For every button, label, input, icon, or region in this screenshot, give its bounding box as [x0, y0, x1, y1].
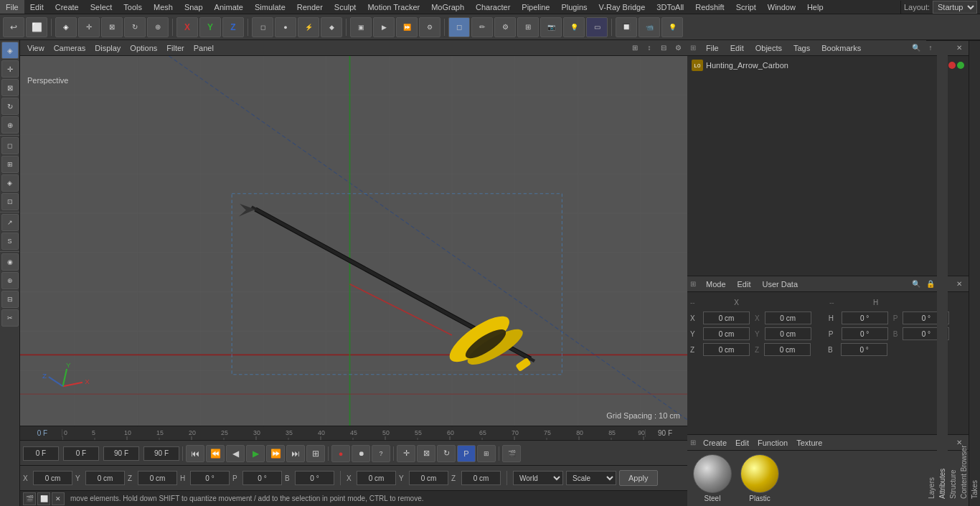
deformer-btn[interactable]: ⊞ [517, 17, 539, 37]
edge-mode-btn[interactable]: ⚡ [298, 17, 319, 37]
render-active-btn[interactable]: ▶ [373, 17, 395, 37]
sidebar-magnet-btn[interactable]: ◉ [1, 253, 19, 271]
sidebar-brush-btn[interactable]: ⊕ [1, 272, 19, 289]
axis-x-btn[interactable]: X [176, 17, 198, 37]
menu-item-edit[interactable]: Edit [24, 0, 50, 14]
vp-settings-icon[interactable]: ⚙ [672, 42, 684, 55]
goto-end2-btn[interactable]: ⊞ [306, 445, 325, 462]
rotate-tool-btn[interactable]: ↻ [437, 445, 456, 462]
floor-btn[interactable]: ▭ [586, 17, 608, 37]
scale-dropdown[interactable]: Scale [566, 471, 616, 485]
menu-item-pipeline[interactable]: Pipeline [516, 0, 555, 14]
mat-texture[interactable]: Texture [795, 439, 824, 447]
camera-view-btn[interactable]: 📹 [639, 17, 660, 37]
menu-item-character[interactable]: Character [470, 0, 516, 14]
tab-objects[interactable]: Objects [750, 40, 788, 56]
menu-item-render[interactable]: Render [291, 0, 329, 14]
vp-arrow-icon[interactable]: ↕ [643, 42, 656, 55]
side-tab-attributes[interactable]: Attributes [937, 40, 948, 506]
move-btn[interactable]: ✛ [78, 17, 100, 37]
ruler-area[interactable]: 0 5 10 15 20 25 30 [62, 426, 645, 440]
object-item-arrow[interactable]: L0 Hunting_Arrow_Carbon [689, 57, 967, 73]
prev-frame-btn[interactable]: ⏪ [206, 445, 225, 462]
attr-p-size[interactable] [842, 327, 888, 340]
apply-button[interactable]: Apply [619, 470, 658, 486]
attr-x-pos[interactable] [703, 311, 750, 324]
display-btn[interactable]: 💡 [661, 17, 683, 37]
status-icon-2[interactable]: ⬜ [37, 492, 50, 505]
status-icon-3[interactable]: ✕ [52, 492, 65, 505]
rot-b-input[interactable] [295, 471, 334, 485]
pos-y-input[interactable] [85, 471, 125, 485]
objects-search-icon[interactable]: 🔍 [910, 42, 923, 55]
sidebar-fill-btn[interactable]: ⊟ [1, 291, 19, 308]
cube-btn[interactable]: ◻ [448, 17, 470, 37]
object-mode-btn[interactable]: ◻ [252, 17, 273, 37]
menu-item-3dtoall[interactable]: 3DToAll [651, 0, 689, 14]
transform-btn[interactable]: ⊕ [147, 17, 169, 37]
mat-edit[interactable]: Edit [734, 439, 750, 447]
sidebar-deform-btn[interactable]: ⊞ [1, 156, 19, 173]
menu-item-mesh[interactable]: Mesh [148, 0, 179, 14]
attr-search-icon[interactable]: 🔍 [910, 278, 923, 291]
material-item-plastic[interactable]: Plastic [740, 454, 779, 502]
sidebar-tex-btn[interactable]: ⊡ [1, 193, 19, 210]
render-preview-btn[interactable]: 🎬 [502, 445, 521, 462]
play-backward-btn[interactable]: ◀ [226, 445, 245, 462]
pos-z-input[interactable] [138, 471, 177, 485]
vp-menu-panel[interactable]: Panel [189, 40, 218, 55]
side-tab-content[interactable]: Content Browser [958, 40, 969, 506]
vp-menu-display[interactable]: Display [90, 40, 125, 55]
scale-tool-btn[interactable]: ⊠ [417, 445, 435, 462]
menu-item-simulate[interactable]: Simulate [249, 0, 291, 14]
menu-item-plugins[interactable]: Plugins [555, 0, 593, 14]
attr-h-rot[interactable] [842, 311, 888, 324]
record-btn[interactable]: ● [331, 445, 350, 462]
start-frame-input[interactable] [63, 446, 99, 461]
render-region-btn[interactable]: ▣ [350, 17, 372, 37]
menu-item-vray[interactable]: V-Ray Bridge [593, 0, 651, 14]
side-tab-structure[interactable]: Structure [948, 40, 958, 506]
menu-item-snap[interactable]: Snap [179, 0, 209, 14]
move-tool-btn[interactable]: ✛ [397, 445, 415, 462]
vp-layout-icon[interactable]: ⊟ [657, 42, 670, 55]
side-tab-takes[interactable]: Takes [969, 40, 980, 506]
p-btn[interactable]: P [457, 445, 476, 462]
current-frame-input[interactable] [23, 446, 59, 461]
end-frame-input2[interactable] [143, 446, 179, 461]
menu-item-help[interactable]: Help [801, 0, 829, 14]
axis-z-btn[interactable]: Z [222, 17, 244, 37]
sidebar-knife-btn[interactable]: ✂ [1, 309, 19, 327]
undo-btn[interactable]: ↩ [3, 17, 24, 37]
attr-z-size[interactable] [764, 343, 811, 356]
axis-y-btn[interactable]: Y [199, 17, 221, 37]
status-icon-1[interactable]: 🎬 [23, 492, 36, 505]
side-tab-layers[interactable]: Layers [926, 40, 937, 506]
render-settings-btn[interactable]: ⚙ [419, 17, 440, 37]
sidebar-rotate-btn[interactable]: ↻ [1, 98, 19, 115]
menu-item-redshift[interactable]: Redshift [689, 0, 730, 14]
points-mode-btn[interactable]: ● [275, 17, 296, 37]
material-item-steel[interactable]: Steel [693, 454, 732, 502]
sidebar-s-btn[interactable]: S [1, 233, 19, 250]
tab-bookmarks[interactable]: Bookmarks [816, 40, 867, 56]
sidebar-uv-btn[interactable]: ◈ [1, 174, 19, 192]
menu-item-script[interactable]: Script [730, 0, 762, 14]
auto-key-btn[interactable]: ⏺ [352, 445, 370, 462]
sidebar-select-btn[interactable]: ◈ [1, 42, 19, 59]
vp-menu-filter[interactable]: Filter [162, 40, 188, 55]
redo-btn[interactable]: ⬜ [26, 17, 47, 37]
rotate-btn[interactable]: ↻ [124, 17, 146, 37]
layout-select[interactable]: Startup [933, 1, 977, 14]
pos-x-input[interactable] [33, 471, 72, 485]
end-frame-input[interactable] [103, 446, 139, 461]
menu-item-create[interactable]: Create [50, 0, 85, 14]
light-btn[interactable]: 💡 [563, 17, 585, 37]
attr-z-pos[interactable] [703, 343, 750, 356]
scale-btn[interactable]: ⊠ [101, 17, 123, 37]
spline-btn[interactable]: ✏ [471, 17, 493, 37]
mat-create[interactable]: Create [702, 439, 728, 447]
size-x-input[interactable] [357, 471, 396, 485]
play-forward-btn[interactable]: ▶ [246, 445, 265, 462]
menu-item-window[interactable]: Window [762, 0, 801, 14]
